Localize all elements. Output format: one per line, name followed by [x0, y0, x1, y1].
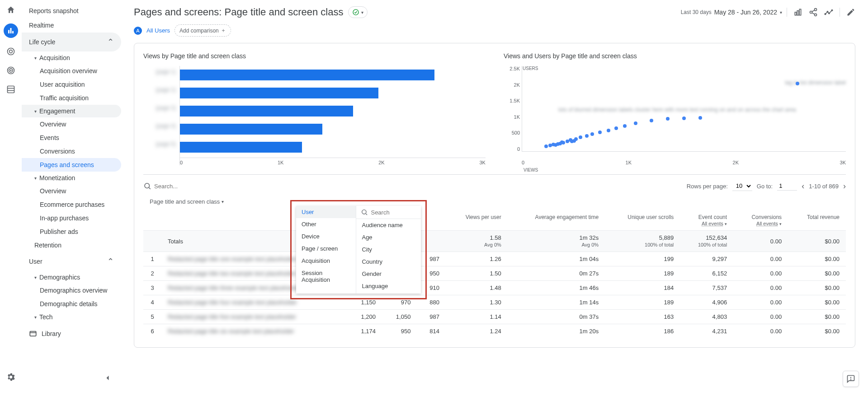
sidebar-item-demographic-details[interactable]: Demographic details — [22, 297, 121, 311]
page-title: Pages and screens: Page title and screen… — [134, 6, 344, 18]
svg-point-4 — [10, 70, 11, 71]
dim-category-device[interactable]: Device — [296, 230, 356, 242]
caret-down-icon: ▾ — [34, 109, 37, 114]
svg-point-16 — [815, 14, 817, 16]
table-row[interactable]: 6Redacted page title six example text pl… — [143, 324, 846, 339]
topbar: Pages and screens: Page title and screen… — [121, 0, 868, 23]
table-row[interactable]: 5Redacted page title five example text p… — [143, 310, 846, 324]
sidebar-item-realtime[interactable]: Realtime — [22, 18, 121, 33]
table-search-input[interactable] — [154, 183, 245, 190]
svg-rect-5 — [8, 86, 14, 93]
caret-down-icon: ▾ — [725, 222, 727, 226]
dim-category-acquisition[interactable]: Acquisition — [296, 255, 356, 267]
sidebar-item-retention[interactable]: Retention — [22, 238, 121, 252]
svg-rect-12 — [797, 11, 798, 15]
pager-prev-button[interactable]: ‹ — [802, 182, 804, 191]
column-views-per-user[interactable]: Views per user — [446, 210, 508, 231]
collapse-sidebar-button[interactable] — [103, 373, 112, 382]
share-icon[interactable] — [809, 8, 818, 17]
svg-point-15 — [810, 11, 812, 14]
caret-down-icon: ▾ — [34, 275, 37, 280]
date-range-picker[interactable]: Last 30 days May 28 - Jun 26, 2022 ▾ — [681, 9, 782, 16]
sidebar-item-user-acquisition[interactable]: User acquisition — [22, 78, 121, 91]
table-row[interactable]: 2Redacted page title two example text pl… — [143, 266, 846, 281]
bar-chart-area: 01K2K3K — [179, 66, 486, 165]
rows-per-page-select[interactable]: 10 — [732, 181, 752, 191]
segment-label[interactable]: All Users — [146, 27, 170, 34]
sidebar-item-demographics-overview[interactable]: Demographics overview — [22, 284, 121, 297]
dim-value-gender[interactable]: Gender — [356, 268, 421, 280]
sidebar-item-monetization-overview[interactable]: Overview — [22, 184, 121, 198]
column-total-revenue[interactable]: Total revenue — [788, 210, 846, 231]
column-avg-engagement-time[interactable]: Average engagement time — [508, 210, 605, 231]
table-row[interactable]: 4Redacted page title four example text p… — [143, 295, 846, 310]
column-unique-user-scrolls[interactable]: Unique user scrolls — [605, 210, 680, 231]
svg-point-21 — [829, 13, 830, 14]
sidebar-group-acquisition[interactable]: ▾Acquisition — [22, 51, 121, 64]
sidebar-item-library[interactable]: Library — [22, 325, 121, 342]
caret-down-icon: ▾ — [34, 176, 37, 181]
pager-next-button[interactable]: › — [843, 182, 846, 191]
sidebar-item-pages-and-screens[interactable]: Pages and screens — [22, 158, 121, 172]
library-icon — [29, 330, 37, 338]
totals-row: Totals 1.58Avg 0% 1m 32sAvg 0% 5,889100%… — [143, 231, 846, 252]
sidebar-item-in-app-purchases[interactable]: In-app purchases — [22, 211, 121, 225]
dim-category-other[interactable]: Other — [296, 218, 356, 230]
dim-category-page-screen[interactable]: Page / screen — [296, 242, 356, 255]
svg-point-0 — [8, 48, 14, 55]
secondary-dimension-popup: User Other Device Page / screen Acquisit… — [296, 206, 421, 294]
column-conversions[interactable]: ConversionsAll events ▾ — [733, 210, 788, 231]
sidebar-section-label: Life cycle — [29, 38, 55, 46]
verified-dropdown[interactable]: ▾ — [348, 6, 368, 18]
caret-down-icon: ▾ — [780, 10, 782, 15]
dim-value-city[interactable]: City — [356, 243, 421, 256]
rows-per-page-label: Rows per page: — [687, 183, 728, 190]
settings-icon[interactable] — [5, 372, 16, 382]
dim-value-audience-name[interactable]: Audience name — [356, 219, 421, 231]
dim-value-country[interactable]: Country — [356, 256, 421, 268]
configure-icon[interactable] — [5, 84, 16, 95]
sidebar-group-demographics[interactable]: ▾Demographics — [22, 271, 121, 284]
table-row[interactable]: 3Redacted page title three example text … — [143, 281, 846, 295]
svg-line-17 — [812, 10, 815, 11]
search-icon — [361, 209, 368, 216]
sidebar-section-label: User — [29, 258, 42, 265]
chevron-up-icon: ⌃ — [107, 256, 114, 266]
home-icon[interactable] — [5, 5, 16, 15]
dim-value-region[interactable]: Region — [356, 292, 421, 294]
sidebar-group-monetization[interactable]: ▾Monetization — [22, 172, 121, 184]
sidebar-section-life-cycle[interactable]: Life cycle ⌃ — [22, 33, 121, 51]
dimension-search-input[interactable] — [371, 209, 421, 216]
sidebar-item-acquisition-overview[interactable]: Acquisition overview — [22, 64, 121, 78]
sidebar-item-ecommerce-purchases[interactable]: Ecommerce purchases — [22, 198, 121, 211]
feedback-button[interactable] — [843, 371, 859, 387]
dim-category-user[interactable]: User — [296, 206, 356, 218]
scatter-chart-y-axis: 2.5K2K1.5K1K5000 — [504, 66, 522, 165]
segment-row: A All Users Add comparison＋ — [121, 23, 868, 43]
insights-icon[interactable] — [824, 8, 833, 17]
dim-value-age[interactable]: Age — [356, 231, 421, 243]
sidebar-group-engagement[interactable]: ▾Engagement — [22, 105, 121, 117]
primary-dimension-picker[interactable]: Page title and screen class ▾ — [143, 196, 224, 210]
dim-category-session-acquisition[interactable]: Session Acquisition — [296, 267, 356, 286]
edit-icon[interactable] — [840, 8, 855, 17]
table-controls: Rows per page: 10 Go to: ‹ 1-10 of 869 › — [143, 174, 846, 196]
go-to-label: Go to: — [757, 183, 773, 190]
go-to-input[interactable] — [777, 182, 797, 191]
reports-icon[interactable] — [4, 23, 18, 38]
add-comparison-button[interactable]: Add comparison＋ — [175, 24, 231, 37]
advertising-icon[interactable] — [5, 65, 16, 76]
sidebar-item-reports-snapshot[interactable]: Reports snapshot — [22, 4, 121, 18]
customize-icon[interactable] — [793, 8, 802, 17]
table-row[interactable]: 1Redacted page title one example text pl… — [143, 252, 846, 266]
sidebar-item-events[interactable]: Events — [22, 131, 121, 144]
sidebar-item-conversions[interactable]: Conversions — [22, 144, 121, 158]
sidebar-item-traffic-acquisition[interactable]: Traffic acquisition — [22, 91, 121, 105]
sidebar-section-user[interactable]: User ⌃ — [22, 252, 121, 271]
sidebar-group-tech[interactable]: ▾Tech — [22, 311, 121, 323]
sidebar-item-publisher-ads[interactable]: Publisher ads — [22, 225, 121, 238]
explore-icon[interactable] — [5, 46, 16, 57]
sidebar-item-engagement-overview[interactable]: Overview — [22, 117, 121, 131]
dim-value-language[interactable]: Language — [356, 280, 421, 292]
column-event-count[interactable]: Event countAll events ▾ — [680, 210, 733, 231]
